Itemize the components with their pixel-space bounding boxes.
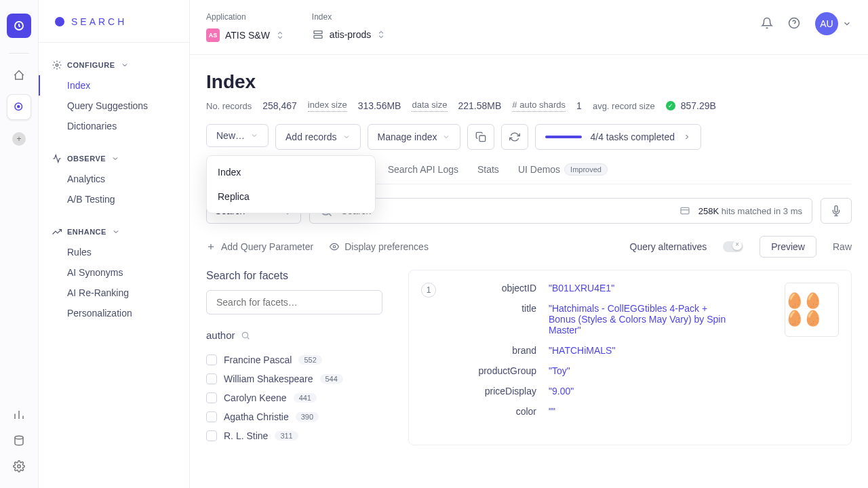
facet-count: 544: [320, 374, 343, 384]
chevron-down-icon: [112, 228, 120, 236]
add-records-button[interactable]: Add records: [275, 124, 360, 150]
index-selector[interactable]: Index atis-prods: [312, 12, 386, 43]
field-key: color: [448, 406, 536, 417]
dropdown-option-index[interactable]: Index: [207, 160, 375, 184]
field-key: title: [448, 303, 536, 336]
svg-point-2: [18, 106, 20, 108]
facet-row[interactable]: William Shakespeare544: [206, 369, 382, 388]
index-stats: No. records 258,467 index size 313.56MB …: [206, 100, 852, 112]
options-row: Add Query Parameter Display preferences …: [206, 236, 852, 258]
check-icon: ✓: [666, 101, 675, 110]
stat-data-size-label[interactable]: data size: [412, 100, 447, 112]
chevron-right-icon: [683, 133, 691, 141]
checkbox[interactable]: [206, 392, 217, 403]
field-value: "Hatchimals - CollEGGtibles 4-Pack + Bon…: [549, 303, 732, 336]
stat-shards-label[interactable]: # auto shards: [512, 100, 566, 112]
svg-point-4: [18, 465, 21, 468]
record-card: 1 objectID"B01LXRU4E1"title"Hatchimals -…: [408, 270, 852, 445]
preview-button[interactable]: Preview: [760, 236, 816, 258]
svg-point-17: [333, 245, 336, 248]
facet-count: 390: [296, 412, 319, 422]
chevron-down-icon: [111, 155, 119, 163]
facet-label: Francine Pascal: [224, 354, 292, 365]
raw-button[interactable]: Raw: [833, 241, 852, 252]
sidebar-item-analytics[interactable]: Analytics: [39, 169, 189, 189]
section-configure[interactable]: CONFIGURE: [39, 55, 189, 75]
checkbox[interactable]: [206, 373, 217, 384]
sidebar-item-ab-testing[interactable]: A/B Testing: [39, 189, 189, 209]
sidebar-item-ai-re-ranking[interactable]: AI Re-Ranking: [39, 283, 189, 303]
eye-icon: [330, 242, 339, 251]
display-preferences-button[interactable]: Display preferences: [330, 241, 429, 252]
sidebar-item-ai-synonyms[interactable]: AI Synonyms: [39, 262, 189, 283]
dropdown-option-replica[interactable]: Replica: [207, 184, 375, 209]
record-thumbnail: 🥚🥚🥚🥚: [785, 283, 839, 337]
help-icon[interactable]: [788, 17, 800, 31]
sidebar-item-query-suggestions[interactable]: Query Suggestions: [39, 96, 189, 116]
checkbox[interactable]: [206, 411, 217, 422]
add-app-icon[interactable]: +: [12, 132, 26, 146]
chevron-down-icon: [250, 131, 258, 140]
section-observe[interactable]: OBSERVE: [39, 148, 189, 169]
stat-index-size-label[interactable]: index size: [308, 100, 347, 112]
add-query-parameter-button[interactable]: Add Query Parameter: [206, 241, 313, 252]
checkbox[interactable]: [206, 430, 217, 441]
manage-index-button[interactable]: Manage index: [368, 124, 461, 150]
facets-search-input[interactable]: [206, 290, 382, 314]
user-menu[interactable]: AU: [815, 12, 852, 35]
search-app-icon[interactable]: [7, 94, 31, 120]
query-alternatives-toggle[interactable]: [723, 241, 743, 252]
card-icon[interactable]: [679, 205, 690, 216]
app-badge: AS: [206, 28, 220, 42]
record-field: productGroup"Toy": [448, 365, 772, 376]
page-title: Index: [206, 71, 852, 93]
new-dropdown: Index Replica: [206, 155, 376, 214]
index-icon: [312, 28, 324, 41]
brand-icon: [55, 17, 64, 26]
tab-stats[interactable]: Stats: [477, 164, 499, 183]
main: Application AS ATIS S&W Index atis-prods: [190, 0, 868, 488]
hits-summary: 258K hits matched in 3 ms: [698, 206, 802, 216]
sidebar-item-personalization[interactable]: Personalization: [39, 303, 189, 323]
search-input[interactable]: [333, 199, 679, 223]
improved-badge: Improved: [564, 163, 608, 176]
refresh-button[interactable]: [501, 124, 528, 150]
gear-icon: [52, 60, 62, 70]
voice-search-button[interactable]: [821, 198, 852, 224]
facet-row[interactable]: Carolyn Keene441: [206, 388, 382, 407]
field-key: objectID: [448, 283, 536, 293]
svg-point-18: [242, 332, 248, 338]
plus-icon: [206, 242, 216, 251]
sidebar-item-dictionaries[interactable]: Dictionaries: [39, 116, 189, 136]
avatar: AU: [815, 12, 838, 35]
section-enhance[interactable]: ENHANCE: [39, 222, 189, 242]
bell-icon[interactable]: [761, 17, 773, 31]
tasks-progress[interactable]: 4/4 tasks completed: [535, 124, 701, 150]
search-icon[interactable]: [241, 331, 250, 340]
facet-row[interactable]: R. L. Stine311: [206, 426, 382, 445]
field-value: "9.00": [549, 386, 574, 396]
search-box: 258K hits matched in 3 ms: [309, 198, 812, 224]
chevron-updown-icon: [275, 29, 285, 41]
chart-icon[interactable]: [12, 408, 26, 422]
product-brand: SEARCH: [39, 16, 189, 43]
facet-row[interactable]: Francine Pascal552: [206, 350, 382, 369]
record-field: brand"HATCHiMALS": [448, 345, 772, 356]
home-icon[interactable]: [12, 68, 26, 82]
facet-row[interactable]: Agatha Christie390: [206, 407, 382, 426]
tab-ui-demos[interactable]: UI Demos Improved: [518, 163, 608, 184]
sidebar-item-index[interactable]: Index: [39, 75, 189, 96]
svg-rect-6: [314, 31, 322, 34]
tab-search-api-logs[interactable]: Search API Logs: [388, 164, 458, 183]
application-selector[interactable]: Application AS ATIS S&W: [206, 12, 285, 45]
copy-button[interactable]: [467, 124, 494, 150]
new-button[interactable]: New…: [206, 124, 269, 147]
svg-line-12: [329, 214, 332, 216]
facet-label: Carolyn Keene: [224, 392, 287, 403]
database-icon[interactable]: [12, 434, 26, 447]
activity-icon: [52, 154, 62, 163]
checkbox[interactable]: [206, 354, 217, 365]
sidebar-item-rules[interactable]: Rules: [39, 242, 189, 262]
app-logo[interactable]: [7, 14, 31, 38]
settings-icon[interactable]: [12, 460, 26, 473]
